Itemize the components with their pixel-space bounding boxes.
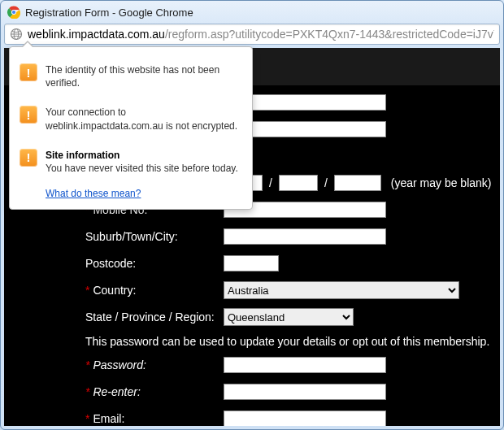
- password-input[interactable]: [224, 357, 386, 373]
- warning-icon: !: [20, 63, 37, 81]
- identity-warning-text: The identity of this website has not bee…: [46, 63, 242, 89]
- url-host: weblink.impactdata.com.au: [28, 28, 165, 41]
- row-email: *Email:: [85, 409, 492, 426]
- dob-hint: (year may be blank): [391, 176, 492, 189]
- window-title: Registration Form - Google Chrome: [25, 7, 193, 19]
- suburb-label: Suburb/Town/City:: [85, 230, 224, 243]
- row-country: *Country: Australia: [85, 280, 492, 300]
- email-label: *Email:: [85, 412, 224, 425]
- chrome-icon: [7, 6, 20, 19]
- site-identity-popup: ! The identity of this website has not b…: [9, 46, 253, 210]
- country-label: *Country:: [85, 284, 224, 297]
- site-info: ! Site information You have never visite…: [20, 141, 242, 183]
- row-reenter: *Re-enter:: [85, 382, 492, 402]
- site-info-text: Site information You have never visited …: [46, 149, 242, 175]
- window-frame: Registration Form - Google Chrome weblin…: [0, 0, 504, 430]
- state-label: State / Province / Region:: [85, 311, 224, 324]
- site-info-body: You have never visited this site before …: [46, 163, 238, 174]
- row-suburb: Suburb/Town/City:: [85, 227, 492, 246]
- country-select[interactable]: Australia: [224, 281, 459, 299]
- dob-sep-2: /: [324, 176, 328, 189]
- row-postcode: Postcode:: [85, 254, 492, 273]
- state-select[interactable]: Queensland: [224, 308, 354, 326]
- password-note: This password can be used to update your…: [85, 335, 492, 348]
- dob-month-input[interactable]: [279, 175, 318, 191]
- reenter-label: *Re-enter:: [85, 385, 224, 398]
- site-identity-icon[interactable]: [10, 28, 23, 41]
- email-input[interactable]: [224, 410, 386, 426]
- encryption-warning-text: Your connection to weblink.impactdata.co…: [46, 106, 242, 132]
- password-label: *Password:: [85, 358, 224, 371]
- url-text[interactable]: weblink.impactdata.com.au/regform.asp?ut…: [28, 28, 494, 41]
- reenter-input[interactable]: [224, 384, 386, 400]
- title-bar: Registration Form - Google Chrome: [1, 1, 503, 24]
- what-do-these-mean-link[interactable]: What do these mean?: [20, 188, 141, 199]
- row-password: *Password:: [85, 355, 492, 375]
- warning-icon: !: [20, 149, 37, 167]
- site-info-title: Site information: [46, 150, 119, 161]
- url-path: /regform.asp?utilitycode=PXKT4Qxn7-1443&…: [165, 28, 494, 41]
- dob-year-input[interactable]: [334, 175, 381, 191]
- identity-warning: ! The identity of this website has not b…: [20, 55, 242, 98]
- dob-sep-1: /: [269, 176, 272, 189]
- warning-icon: !: [20, 106, 37, 124]
- address-bar[interactable]: weblink.impactdata.com.au/regform.asp?ut…: [4, 24, 500, 45]
- postcode-label: Postcode:: [85, 257, 224, 270]
- encryption-warning: ! Your connection to weblink.impactdata.…: [20, 98, 242, 140]
- postcode-input[interactable]: [224, 255, 279, 271]
- row-state: State / Province / Region: Queensland: [85, 307, 492, 327]
- suburb-input[interactable]: [224, 228, 386, 245]
